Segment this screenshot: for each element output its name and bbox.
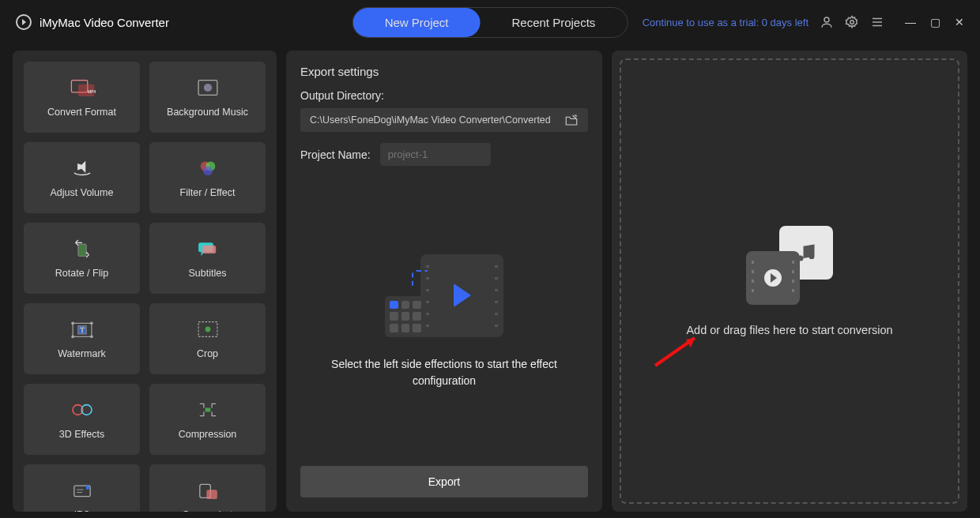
folder-open-icon[interactable]	[564, 114, 579, 126]
tool-id3[interactable]: ID3	[24, 464, 140, 512]
output-dir-field[interactable]: C:\Users\FoneDog\iMyMac Video Converter\…	[300, 108, 588, 132]
project-name-row: Project Name:	[300, 143, 588, 166]
svg-rect-16	[202, 246, 216, 253]
svg-point-22	[71, 336, 74, 338]
svg-point-1	[850, 21, 854, 24]
rotate-flip-icon	[69, 238, 96, 260]
tool-watermark[interactable]: T Watermark	[24, 303, 140, 374]
trial-status[interactable]: Continue to use as a trial: 0 days left	[643, 17, 808, 28]
watermark-icon: T	[69, 318, 96, 340]
convert-format-icon: MP4	[69, 77, 96, 99]
main-content: MP4 Convert Format Background Music Adju…	[0, 44, 980, 518]
tab-recent-projects[interactable]: Recent Projects	[480, 8, 627, 37]
svg-rect-34	[206, 490, 217, 499]
tool-background-music[interactable]: Background Music	[149, 62, 266, 133]
project-name-label: Project Name:	[300, 148, 371, 161]
preview-illustration-icon	[385, 254, 503, 337]
adjust-volume-icon	[69, 157, 96, 179]
window-controls: — ▢ ✕	[905, 16, 964, 28]
logo-icon	[16, 14, 32, 30]
tool-filter-effect[interactable]: Filter / Effect	[149, 142, 266, 213]
id3-icon	[69, 479, 96, 501]
svg-point-23	[90, 336, 92, 338]
maximize-button[interactable]: ▢	[930, 16, 940, 28]
tool-grid: MP4 Convert Format Background Music Adju…	[24, 62, 266, 512]
compression-icon	[194, 399, 221, 421]
tab-new-project[interactable]: New Project	[353, 8, 481, 37]
output-dir-label: Output Directory:	[300, 89, 588, 102]
export-settings-title: Export settings	[300, 65, 588, 78]
tool-label: ID3	[74, 509, 89, 512]
filter-effect-icon	[194, 157, 221, 179]
background-music-icon	[194, 77, 221, 99]
tool-label: Adjust Volume	[51, 187, 114, 198]
subtitles-icon	[194, 238, 221, 260]
svg-rect-14	[77, 244, 85, 256]
preview-area: Select the left side effections to start…	[300, 190, 588, 453]
tool-label: Convert Format	[47, 107, 116, 118]
dropzone-text: Add or drag files here to start conversi…	[686, 324, 892, 336]
svg-rect-29	[205, 407, 210, 411]
tool-crop[interactable]: Crop	[149, 303, 266, 374]
tool-label: Rotate / Flip	[55, 268, 108, 279]
svg-point-0	[824, 17, 829, 22]
tool-adjust-volume[interactable]: Adjust Volume	[24, 142, 140, 213]
svg-point-13	[203, 166, 213, 175]
tool-label: Background Music	[167, 107, 248, 118]
crop-icon	[194, 318, 221, 340]
svg-marker-36	[686, 338, 695, 347]
tool-convert-format[interactable]: MP4 Convert Format	[24, 62, 140, 133]
menu-icon[interactable]	[870, 15, 884, 29]
screenshot-icon	[194, 479, 221, 501]
tool-label: Crop	[197, 348, 218, 359]
svg-text:MP4: MP4	[87, 89, 95, 94]
dropzone-illustration-icon	[746, 226, 833, 305]
tool-label: Screenshot	[183, 509, 232, 512]
files-panel: Add or drag files here to start conversi…	[612, 51, 967, 512]
tool-label: Subtitles	[189, 268, 227, 279]
tool-label: Filter / Effect	[180, 187, 236, 198]
header-right: Continue to use as a trial: 0 days left …	[643, 15, 964, 29]
output-dir-value: C:\Users\FoneDog\iMyMac Video Converter\…	[310, 114, 551, 126]
svg-point-10	[203, 84, 211, 92]
minimize-button[interactable]: —	[905, 16, 916, 28]
file-dropzone[interactable]: Add or drag files here to start conversi…	[620, 58, 959, 504]
tool-label: Watermark	[58, 348, 106, 359]
svg-text:T: T	[80, 326, 84, 334]
gear-icon[interactable]	[845, 15, 859, 29]
tool-screenshot[interactable]: Screenshot	[149, 464, 266, 512]
preview-hint: Select the left side effections to start…	[326, 356, 563, 389]
svg-point-20	[71, 322, 74, 325]
tool-label: 3D Effects	[59, 429, 104, 440]
svg-line-35	[655, 338, 695, 366]
svg-point-21	[90, 322, 92, 325]
app-header: iMyMac Video Converter New Project Recen…	[0, 0, 980, 44]
close-button[interactable]: ✕	[955, 16, 964, 28]
logo-area: iMyMac Video Converter	[16, 14, 169, 30]
tools-sidebar: MP4 Convert Format Background Music Adju…	[13, 51, 277, 512]
tool-rotate-flip[interactable]: Rotate / Flip	[24, 223, 140, 294]
svg-point-25	[205, 327, 210, 332]
tool-3d-effects[interactable]: 3D Effects	[24, 384, 140, 455]
export-panel: Export settings Output Directory: C:\Use…	[286, 51, 602, 512]
user-icon[interactable]	[820, 15, 834, 29]
tool-compression[interactable]: Compression	[149, 384, 266, 455]
project-tabs: New Project Recent Projects	[352, 7, 628, 38]
3d-effects-icon	[69, 399, 96, 421]
app-title: iMyMac Video Converter	[40, 16, 169, 29]
tool-subtitles[interactable]: Subtitles	[149, 223, 266, 294]
project-name-input[interactable]	[380, 143, 491, 166]
tool-label: Compression	[179, 429, 237, 440]
export-button[interactable]: Export	[300, 466, 588, 497]
